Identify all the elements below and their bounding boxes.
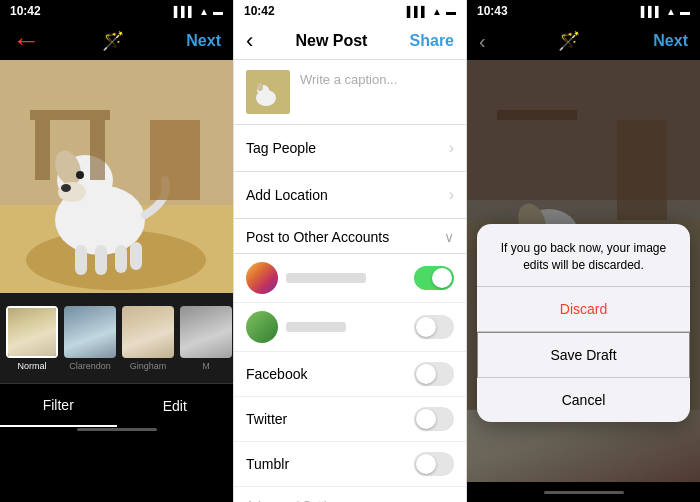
nav-bar-1: ← 🪄 Next xyxy=(0,22,233,60)
caption-input[interactable]: Write a caption... xyxy=(300,70,454,87)
svg-point-10 xyxy=(76,171,84,179)
svg-rect-18 xyxy=(90,120,105,180)
status-time-2: 10:42 xyxy=(244,4,275,18)
tab-filter[interactable]: Filter xyxy=(0,384,117,427)
caption-row: Write a caption... xyxy=(234,60,466,125)
status-bar-2: 10:42 ▌▌▌ ▲ ▬ xyxy=(234,0,466,22)
post-to-label: Post to Other Accounts xyxy=(246,229,389,245)
filter-preview-gingham xyxy=(122,306,174,358)
back-button-2[interactable]: ‹ xyxy=(246,28,253,54)
filter-label-m: M xyxy=(202,361,210,371)
toggle-knob-2 xyxy=(416,317,436,337)
svg-rect-11 xyxy=(75,245,87,275)
filter-thumb-img-gingham xyxy=(122,306,174,358)
filter-thumb-img-clarendon xyxy=(64,306,116,358)
toggle-account-1[interactable] xyxy=(414,266,454,290)
save-draft-button[interactable]: Save Draft xyxy=(477,332,690,378)
next-button-3[interactable]: Next xyxy=(653,32,688,50)
filter-gingham[interactable]: Gingham xyxy=(122,306,174,371)
home-bar-3 xyxy=(467,482,700,502)
discard-dialog-screen: 10:43 ▌▌▌ ▲ ▬ ‹ 🪄 Next xyxy=(467,0,700,502)
discard-button[interactable]: Discard xyxy=(477,287,690,332)
twitter-label: Twitter xyxy=(246,411,287,427)
toggle-knob-tu xyxy=(416,454,436,474)
account-info-2 xyxy=(246,311,346,343)
toggle-knob-1 xyxy=(432,268,452,288)
tag-people-row[interactable]: Tag People › xyxy=(234,125,466,172)
tumblr-row: Tumblr xyxy=(234,442,466,487)
facebook-label: Facebook xyxy=(246,366,307,382)
tab-edit[interactable]: Edit xyxy=(117,384,234,427)
status-icons-3: ▌▌▌ ▲ ▬ xyxy=(641,6,690,17)
filter-screen: 10:42 ▌▌▌ ▲ ▬ ← 🪄 Next xyxy=(0,0,233,502)
post-thumbnail xyxy=(246,70,290,114)
username-2 xyxy=(286,322,346,332)
filter-preview-m xyxy=(180,306,232,358)
cancel-button[interactable]: Cancel xyxy=(477,378,690,422)
username-1 xyxy=(286,273,366,283)
filter-normal[interactable]: Normal xyxy=(6,306,58,371)
signal-icon: ▌▌▌ xyxy=(174,6,195,17)
back-button-1[interactable]: ← xyxy=(12,25,40,57)
tab-filter-label: Filter xyxy=(43,397,74,413)
toggle-twitter[interactable] xyxy=(414,407,454,431)
svg-point-9 xyxy=(61,184,71,192)
filter-label-clarendon: Clarendon xyxy=(69,361,111,371)
tool-icon-3[interactable]: 🪄 xyxy=(558,30,580,52)
toggle-tumblr[interactable] xyxy=(414,452,454,476)
edit-tool-icon[interactable]: 🪄 xyxy=(102,30,124,52)
svg-rect-14 xyxy=(130,242,142,270)
wifi-icon-3: ▲ xyxy=(666,6,676,17)
signal-icon-3: ▌▌▌ xyxy=(641,6,662,17)
toggle-knob-fb xyxy=(416,364,436,384)
status-time-3: 10:43 xyxy=(477,4,508,18)
tag-people-chevron: › xyxy=(449,139,454,157)
status-bar-1: 10:42 ▌▌▌ ▲ ▬ xyxy=(0,0,233,22)
back-button-3[interactable]: ‹ xyxy=(479,30,486,53)
home-bar-1 xyxy=(77,428,157,431)
wifi-icon: ▲ xyxy=(199,6,209,17)
bottom-tabs-1: Filter Edit xyxy=(0,383,233,427)
svg-rect-13 xyxy=(115,245,127,273)
photo-darkened: If you go back now, your image edits wil… xyxy=(467,60,700,482)
add-location-row[interactable]: Add Location › xyxy=(234,172,466,219)
svg-point-8 xyxy=(58,182,86,202)
battery-icon-3: ▬ xyxy=(680,6,690,17)
post-to-section-header: Post to Other Accounts ∨ xyxy=(234,219,466,254)
battery-icon: ▬ xyxy=(213,6,223,17)
filter-label-gingham: Gingham xyxy=(130,361,167,371)
twitter-row: Twitter xyxy=(234,397,466,442)
toggle-facebook[interactable] xyxy=(414,362,454,386)
nav-bar-2: ‹ New Post Share xyxy=(234,22,466,60)
tab-edit-label: Edit xyxy=(163,398,187,414)
filter-thumb-img-normal xyxy=(6,306,58,358)
filter-m[interactable]: M xyxy=(180,306,232,371)
battery-icon-2: ▬ xyxy=(446,6,456,17)
signal-icon-2: ▌▌▌ xyxy=(407,6,428,17)
account-row-2 xyxy=(234,303,466,352)
facebook-row: Facebook xyxy=(234,352,466,397)
toggle-account-2[interactable] xyxy=(414,315,454,339)
advanced-settings-row[interactable]: Advanced Settings › xyxy=(234,487,466,502)
add-location-label: Add Location xyxy=(246,187,328,203)
account-row-1 xyxy=(234,254,466,303)
new-post-screen: 10:42 ▌▌▌ ▲ ▬ ‹ New Post Share Write a c… xyxy=(233,0,467,502)
next-button[interactable]: Next xyxy=(186,32,221,50)
filter-clarendon[interactable]: Clarendon xyxy=(64,306,116,371)
status-bar-3: 10:43 ▌▌▌ ▲ ▬ xyxy=(467,0,700,22)
home-indicator-1 xyxy=(0,427,233,431)
nav-bar-3: ‹ 🪄 Next xyxy=(467,22,700,60)
tag-people-label: Tag People xyxy=(246,140,316,156)
toggle-knob-tw xyxy=(416,409,436,429)
avatar-1 xyxy=(246,262,278,294)
status-time-1: 10:42 xyxy=(10,4,41,18)
svg-rect-12 xyxy=(95,245,107,275)
discard-dialog: If you go back now, your image edits wil… xyxy=(477,224,690,422)
svg-rect-16 xyxy=(30,110,110,120)
avatar-2 xyxy=(246,311,278,343)
filter-strip: Normal Clarendon Gingham M xyxy=(0,293,233,383)
filter-label-normal: Normal xyxy=(17,361,46,371)
share-button[interactable]: Share xyxy=(410,32,454,50)
home-bar-line-3 xyxy=(544,491,624,494)
new-post-title: New Post xyxy=(295,32,367,50)
